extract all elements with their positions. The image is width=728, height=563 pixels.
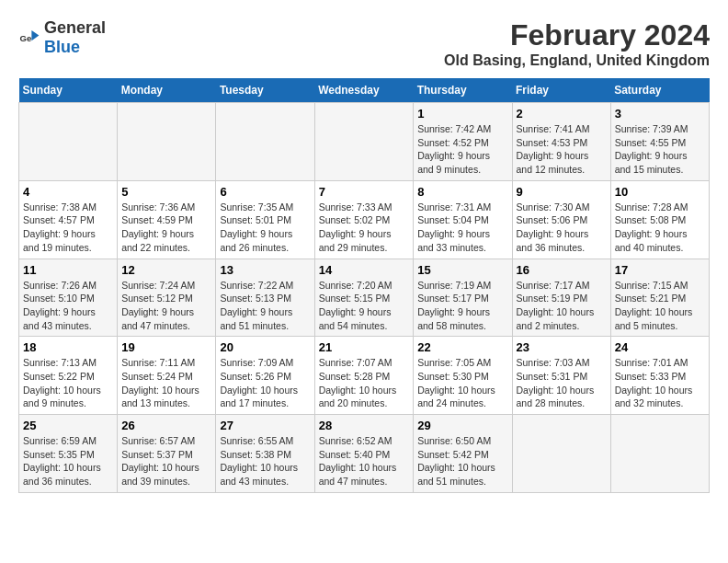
day-info: Sunrise: 6:55 AM Sunset: 5:38 PM Dayligh… <box>220 434 310 488</box>
calendar-cell: 12Sunrise: 7:24 AM Sunset: 5:12 PM Dayli… <box>118 259 216 337</box>
day-number: 17 <box>615 263 705 277</box>
header-thursday: Thursday <box>414 78 512 103</box>
calendar-cell: 17Sunrise: 7:15 AM Sunset: 5:21 PM Dayli… <box>610 259 709 337</box>
day-info: Sunrise: 7:36 AM Sunset: 4:59 PM Dayligh… <box>121 201 211 255</box>
day-info: Sunrise: 7:39 AM Sunset: 4:55 PM Dayligh… <box>615 122 705 177</box>
header-saturday: Saturday <box>610 78 709 103</box>
day-info: Sunrise: 6:57 AM Sunset: 5:37 PM Dayligh… <box>121 434 211 488</box>
day-info: Sunrise: 6:52 AM Sunset: 5:40 PM Dayligh… <box>319 434 410 488</box>
day-number: 18 <box>23 340 113 354</box>
svg-marker-1 <box>31 30 39 40</box>
calendar-week-3: 18Sunrise: 7:13 AM Sunset: 5:22 PM Dayli… <box>19 337 710 415</box>
day-info: Sunrise: 7:35 AM Sunset: 5:01 PM Dayligh… <box>220 201 310 255</box>
day-number: 16 <box>517 263 607 277</box>
day-info: Sunrise: 7:03 AM Sunset: 5:31 PM Dayligh… <box>517 356 607 410</box>
day-number: 19 <box>121 340 211 354</box>
day-info: Sunrise: 6:50 AM Sunset: 5:42 PM Dayligh… <box>417 434 507 488</box>
calendar-cell: 22Sunrise: 7:05 AM Sunset: 5:30 PM Dayli… <box>414 337 512 415</box>
calendar-cell: 1Sunrise: 7:42 AM Sunset: 4:52 PM Daylig… <box>414 103 512 181</box>
calendar-table: SundayMondayTuesdayWednesdayThursdayFrid… <box>18 78 710 493</box>
day-number: 13 <box>220 263 310 277</box>
logo: Ge General Blue <box>18 18 106 57</box>
day-number: 8 <box>417 185 507 199</box>
calendar-cell: 18Sunrise: 7:13 AM Sunset: 5:22 PM Dayli… <box>19 337 118 415</box>
calendar-cell <box>314 103 414 181</box>
calendar-cell: 29Sunrise: 6:50 AM Sunset: 5:42 PM Dayli… <box>414 415 512 493</box>
header-monday: Monday <box>118 78 216 103</box>
header-sunday: Sunday <box>19 78 118 103</box>
day-number: 4 <box>23 185 113 199</box>
calendar-week-1: 4Sunrise: 7:38 AM Sunset: 4:57 PM Daylig… <box>19 180 710 259</box>
calendar-cell: 13Sunrise: 7:22 AM Sunset: 5:13 PM Dayli… <box>216 259 314 337</box>
day-info: Sunrise: 7:26 AM Sunset: 5:10 PM Dayligh… <box>23 279 113 333</box>
day-number: 11 <box>23 263 113 277</box>
day-number: 12 <box>121 263 211 277</box>
logo-icon: Ge <box>18 27 40 49</box>
logo-general: General <box>44 18 106 37</box>
svg-text:Ge: Ge <box>20 33 32 43</box>
day-number: 22 <box>417 340 507 354</box>
calendar-cell: 24Sunrise: 7:01 AM Sunset: 5:33 PM Dayli… <box>610 337 709 415</box>
day-info: Sunrise: 7:24 AM Sunset: 5:12 PM Dayligh… <box>121 279 211 333</box>
day-info: Sunrise: 7:19 AM Sunset: 5:17 PM Dayligh… <box>417 279 507 333</box>
calendar-cell: 19Sunrise: 7:11 AM Sunset: 5:24 PM Dayli… <box>118 337 216 415</box>
day-info: Sunrise: 7:01 AM Sunset: 5:33 PM Dayligh… <box>615 356 705 410</box>
calendar-cell: 28Sunrise: 6:52 AM Sunset: 5:40 PM Dayli… <box>314 415 414 493</box>
day-number: 7 <box>319 185 410 199</box>
page-header: Ge General Blue February 2024 Old Basing… <box>18 18 710 69</box>
day-info: Sunrise: 7:11 AM Sunset: 5:24 PM Dayligh… <box>121 356 211 410</box>
calendar-week-2: 11Sunrise: 7:26 AM Sunset: 5:10 PM Dayli… <box>19 259 710 337</box>
day-number: 24 <box>615 340 705 354</box>
calendar-cell <box>19 103 118 181</box>
header-wednesday: Wednesday <box>314 78 414 103</box>
day-info: Sunrise: 7:20 AM Sunset: 5:15 PM Dayligh… <box>319 279 410 333</box>
day-info: Sunrise: 7:15 AM Sunset: 5:21 PM Dayligh… <box>615 279 705 333</box>
day-number: 1 <box>417 107 507 121</box>
day-info: Sunrise: 7:30 AM Sunset: 5:06 PM Dayligh… <box>517 201 607 255</box>
calendar-cell <box>216 103 314 181</box>
calendar-cell: 7Sunrise: 7:33 AM Sunset: 5:02 PM Daylig… <box>314 180 414 259</box>
header-friday: Friday <box>512 78 610 103</box>
calendar-week-0: 1Sunrise: 7:42 AM Sunset: 4:52 PM Daylig… <box>19 103 710 181</box>
calendar-header-row: SundayMondayTuesdayWednesdayThursdayFrid… <box>19 78 710 103</box>
day-number: 26 <box>121 419 211 432</box>
day-number: 27 <box>220 419 310 432</box>
calendar-cell <box>512 415 610 493</box>
header-tuesday: Tuesday <box>216 78 314 103</box>
calendar-cell: 2Sunrise: 7:41 AM Sunset: 4:53 PM Daylig… <box>512 103 610 181</box>
calendar-cell: 11Sunrise: 7:26 AM Sunset: 5:10 PM Dayli… <box>19 259 118 337</box>
day-info: Sunrise: 7:09 AM Sunset: 5:26 PM Dayligh… <box>220 356 310 410</box>
day-number: 2 <box>517 107 607 121</box>
day-info: Sunrise: 7:07 AM Sunset: 5:28 PM Dayligh… <box>319 356 410 410</box>
day-number: 29 <box>417 419 507 432</box>
calendar-cell: 8Sunrise: 7:31 AM Sunset: 5:04 PM Daylig… <box>414 180 512 259</box>
calendar-cell: 4Sunrise: 7:38 AM Sunset: 4:57 PM Daylig… <box>19 180 118 259</box>
day-number: 9 <box>517 185 607 199</box>
calendar-cell: 26Sunrise: 6:57 AM Sunset: 5:37 PM Dayli… <box>118 415 216 493</box>
day-info: Sunrise: 7:42 AM Sunset: 4:52 PM Dayligh… <box>417 122 507 177</box>
day-info: Sunrise: 7:28 AM Sunset: 5:08 PM Dayligh… <box>615 201 705 255</box>
calendar-cell <box>610 415 709 493</box>
day-number: 3 <box>615 107 705 121</box>
day-number: 20 <box>220 340 310 354</box>
calendar-cell: 23Sunrise: 7:03 AM Sunset: 5:31 PM Dayli… <box>512 337 610 415</box>
calendar-cell: 5Sunrise: 7:36 AM Sunset: 4:59 PM Daylig… <box>118 180 216 259</box>
day-info: Sunrise: 7:38 AM Sunset: 4:57 PM Dayligh… <box>23 201 113 255</box>
title-section: February 2024 Old Basing, England, Unite… <box>444 18 710 69</box>
day-number: 28 <box>319 419 410 432</box>
day-number: 6 <box>220 185 310 199</box>
main-title: February 2024 <box>444 18 710 52</box>
day-info: Sunrise: 7:17 AM Sunset: 5:19 PM Dayligh… <box>517 279 607 333</box>
day-number: 5 <box>121 185 211 199</box>
day-number: 10 <box>615 185 705 199</box>
calendar-cell: 21Sunrise: 7:07 AM Sunset: 5:28 PM Dayli… <box>314 337 414 415</box>
subtitle: Old Basing, England, United Kingdom <box>444 52 710 69</box>
day-info: Sunrise: 7:13 AM Sunset: 5:22 PM Dayligh… <box>23 356 113 410</box>
calendar-cell: 3Sunrise: 7:39 AM Sunset: 4:55 PM Daylig… <box>610 103 709 181</box>
day-number: 23 <box>517 340 607 354</box>
calendar-cell: 6Sunrise: 7:35 AM Sunset: 5:01 PM Daylig… <box>216 180 314 259</box>
calendar-cell: 9Sunrise: 7:30 AM Sunset: 5:06 PM Daylig… <box>512 180 610 259</box>
calendar-cell: 16Sunrise: 7:17 AM Sunset: 5:19 PM Dayli… <box>512 259 610 337</box>
day-number: 25 <box>23 419 113 432</box>
day-number: 15 <box>417 263 507 277</box>
